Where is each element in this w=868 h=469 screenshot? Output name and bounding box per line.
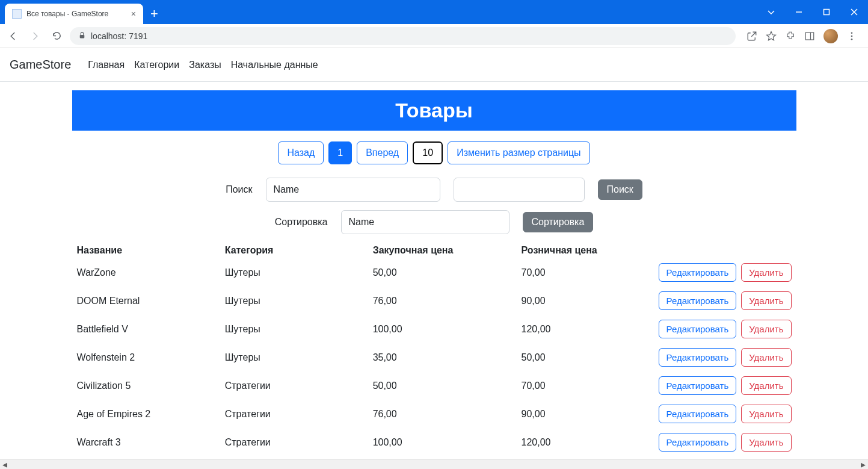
search-field-select[interactable] (266, 178, 440, 202)
scroll-right-icon[interactable]: ▸ (858, 460, 868, 470)
extensions-icon[interactable] (785, 31, 796, 42)
next-page-button[interactable]: Вперед (357, 141, 408, 164)
address-bar: localhost:7191 (0, 24, 868, 48)
svg-point-8 (851, 35, 853, 37)
horizontal-scrollbar[interactable]: ◂ ▸ (0, 459, 868, 469)
url-host: localhost: (91, 31, 126, 41)
cell-category: Шутеры (220, 287, 368, 315)
lock-icon (78, 31, 86, 41)
delete-button[interactable]: Удалить (741, 405, 791, 423)
nav-link-2[interactable]: Заказы (189, 60, 221, 70)
favicon-icon (12, 9, 22, 19)
cell-retail: 70,00 (517, 258, 654, 287)
delete-button[interactable]: Удалить (741, 320, 791, 338)
cell-purchase: 76,00 (368, 400, 517, 428)
search-label: Поиск (226, 184, 252, 195)
cell-purchase: 100,00 (368, 428, 517, 456)
prev-page-button[interactable]: Назад (278, 141, 324, 164)
page-viewport[interactable]: GameStore ГлавнаяКатегорииЗаказыНачальны… (0, 48, 868, 459)
page-title: Товары (72, 90, 796, 131)
cell-name: Battlefield V (72, 315, 220, 343)
svg-rect-4 (80, 34, 85, 37)
back-button[interactable] (5, 28, 22, 45)
table-row: Warcraft 3Стратегии100,00120,00Редактиро… (72, 428, 796, 456)
cell-purchase: 35,00 (368, 343, 517, 371)
cell-purchase: 100,00 (368, 315, 517, 343)
reload-button[interactable] (48, 28, 65, 45)
page-size-input[interactable] (413, 141, 443, 164)
edit-button[interactable]: Редактировать (659, 291, 737, 310)
menu-icon[interactable] (846, 31, 857, 42)
cell-retail: 120,00 (517, 428, 654, 456)
cell-retail: 90,00 (517, 287, 654, 315)
sort-field-select[interactable] (341, 210, 509, 234)
delete-button[interactable]: Удалить (741, 291, 791, 310)
edit-button[interactable]: Редактировать (659, 405, 737, 423)
edit-button[interactable]: Редактировать (659, 320, 737, 338)
cell-category: Стратегии (220, 428, 368, 456)
search-query-input[interactable] (454, 178, 585, 202)
delete-button[interactable]: Удалить (741, 433, 791, 452)
col-header-category: Категория (220, 243, 368, 258)
close-tab-icon[interactable]: × (131, 9, 136, 19)
cell-name: Age of Empires 2 (72, 400, 220, 428)
side-panel-icon[interactable] (804, 31, 815, 42)
cell-category: Шутеры (220, 343, 368, 371)
cell-name: WarZone (72, 258, 220, 287)
products-table: Название Категория Закупочная цена Розни… (72, 243, 796, 459)
change-page-size-button[interactable]: Изменить размер страницы (448, 141, 589, 164)
cell-retail: 50,00 (517, 343, 654, 371)
site-navbar: GameStore ГлавнаяКатегорииЗаказыНачальны… (0, 48, 868, 82)
cell-category: Шутеры (220, 258, 368, 287)
sort-button[interactable]: Сортировка (523, 212, 594, 232)
delete-button[interactable]: Удалить (741, 376, 791, 395)
scroll-left-icon[interactable]: ◂ (0, 460, 10, 470)
delete-button[interactable]: Удалить (741, 263, 791, 282)
browser-tab[interactable]: Все товары - GameStore × (5, 4, 143, 24)
star-icon[interactable] (766, 31, 777, 42)
edit-button[interactable]: Редактировать (659, 348, 737, 367)
table-row: WarZoneШутеры50,0070,00РедактироватьУдал… (72, 258, 796, 287)
minimize-button[interactable] (785, 0, 813, 24)
avatar[interactable] (823, 29, 838, 43)
search-row: Поиск Поиск (72, 178, 796, 202)
cell-category: Шутеры (220, 315, 368, 343)
browser-chrome: Все товары - GameStore × + localhost:719… (0, 0, 868, 48)
cell-purchase: 50,00 (368, 258, 517, 287)
url-port: 7191 (129, 31, 147, 41)
cell-category: Стратегии (220, 400, 368, 428)
page-1-button[interactable]: 1 (328, 141, 352, 164)
cell-retail: 90,00 (517, 400, 654, 428)
cell-purchase: 50,00 (368, 371, 517, 400)
cell-retail: 70,00 (517, 371, 654, 400)
cell-retail: 120,00 (517, 315, 654, 343)
chevron-down-icon[interactable] (757, 0, 785, 24)
cell-purchase: 76,00 (368, 287, 517, 315)
brand[interactable]: GameStore (10, 58, 71, 72)
window-controls (757, 0, 868, 24)
edit-button[interactable]: Редактировать (659, 433, 737, 452)
edit-button[interactable]: Редактировать (659, 263, 737, 282)
toolbar-right (740, 29, 863, 43)
sort-row: Сортировка Сортировка (72, 210, 796, 234)
table-row: Age of Empires 2Стратегии76,0090,00Редак… (72, 400, 796, 428)
new-tab-button[interactable]: + (143, 6, 165, 24)
maximize-button[interactable] (813, 0, 840, 24)
omnibox[interactable]: localhost:7191 (70, 27, 736, 45)
share-icon[interactable] (746, 31, 757, 42)
col-header-retail: Розничная цена (517, 243, 654, 258)
search-button[interactable]: Поиск (598, 179, 642, 200)
table-row: Battlefield VШутеры100,00120,00Редактиро… (72, 315, 796, 343)
svg-point-7 (851, 32, 853, 34)
forward-button[interactable] (26, 28, 43, 45)
edit-button[interactable]: Редактировать (659, 376, 737, 395)
nav-link-3[interactable]: Начальные данные (231, 60, 318, 70)
nav-link-0[interactable]: Главная (88, 60, 125, 70)
close-window-button[interactable] (840, 0, 868, 24)
col-header-name: Название (72, 243, 220, 258)
table-row: DOOM EternalШутеры76,0090,00Редактироват… (72, 287, 796, 315)
col-header-purchase: Закупочная цена (368, 243, 517, 258)
table-row: Civilization 5Стратегии50,0070,00Редакти… (72, 371, 796, 400)
nav-link-1[interactable]: Категории (134, 60, 179, 70)
delete-button[interactable]: Удалить (741, 348, 791, 367)
